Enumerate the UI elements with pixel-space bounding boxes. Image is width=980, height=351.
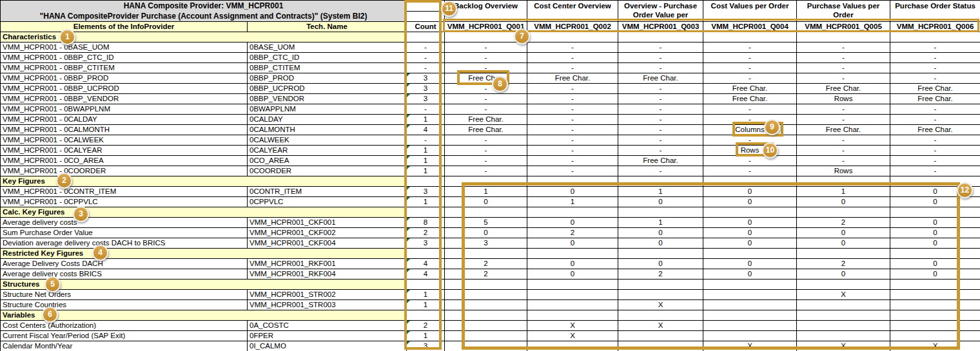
query-usage-cell: - <box>527 104 618 115</box>
count-cell: 3 <box>407 84 445 94</box>
section-row: Variables <box>1 310 980 321</box>
report-title-line1: HANA Composite Provider: VMM_HCPR001 <box>3 1 404 11</box>
query-usage-cell: - <box>797 73 890 84</box>
query-usage-cell: - <box>618 115 703 125</box>
query-usage-cell <box>890 290 980 300</box>
element-name-cell: VMM_HCPR001 - 0BBP_PROD <box>1 73 248 84</box>
query-usage-cell: - <box>527 125 618 135</box>
element-name-cell: Average delivery costs BRICS <box>1 269 248 280</box>
query-usage-cell <box>703 321 797 331</box>
count-cell: - <box>407 43 445 53</box>
query-usage-cell <box>445 341 527 351</box>
query-usage-cell: 0 <box>527 269 618 280</box>
table-row: VMM_HCPR001 - 0CONTR_ITEM0CONTR_ITEM3101… <box>1 187 980 197</box>
tech-name-cell: 0CONTR_ITEM <box>248 187 407 197</box>
query-usage-cell: - <box>703 63 797 73</box>
query-usage-cell: - <box>527 53 618 63</box>
query-usage-cell <box>527 207 618 218</box>
count-cell: 1 <box>407 166 445 176</box>
callout-badge-9: 9 <box>764 119 780 135</box>
query-usage-cell: Free Char. <box>527 73 618 84</box>
query-usage-cell: 0 <box>527 187 618 197</box>
query-usage-cell: X <box>797 341 890 351</box>
table-row: VMM_HCPR001 - 0CALWEEK0CALWEEK------- <box>1 135 980 146</box>
table-row: VMM_HCPR001 - 0CPPVLC0CPPVLC1010000 <box>1 197 980 207</box>
query-usage-cell <box>797 32 890 43</box>
query-title-cost-center-overview: Cost Center Overview <box>527 1 618 22</box>
count-cell: 3 <box>407 187 445 197</box>
query-usage-cell <box>890 300 980 310</box>
query-usage-cell: Columns <box>703 125 797 135</box>
element-name-cell: VMM_HCPR001 - 0CALYEAR <box>1 146 248 156</box>
query-usage-cell: Free Char. <box>890 94 980 104</box>
query-usage-cell: - <box>890 53 980 63</box>
query-usage-cell: - <box>527 156 618 166</box>
query-usage-cell: 0 <box>618 197 703 207</box>
count-cell: 2 <box>407 228 445 238</box>
query-usage-cell: - <box>445 53 527 63</box>
count-cell <box>407 32 445 43</box>
callout-badge-7: 7 <box>514 28 530 44</box>
query-usage-cell: - <box>703 166 797 176</box>
element-name-cell: VMM_HCPR001 - 0CALDAY <box>1 115 248 125</box>
query-usage-cell: X <box>703 341 797 351</box>
query-usage-cell <box>703 310 797 321</box>
query-usage-cell: - <box>890 156 980 166</box>
query-usage-cell <box>797 249 890 259</box>
query-usage-cell: 0 <box>703 259 797 269</box>
table-row: VMM_HCPR001 - 0BWAPPLNM0BWAPPLNM------- <box>1 104 980 115</box>
query-usage-cell <box>703 331 797 341</box>
stored-as-text-indicator-icon <box>407 238 410 242</box>
query-usage-cell: - <box>703 53 797 63</box>
query-usage-cell: 1 <box>527 197 618 207</box>
query-usage-cell: 1 <box>445 187 527 197</box>
query-usage-cell: Rows <box>797 166 890 176</box>
query-usage-cell: 0 <box>797 228 890 238</box>
query-usage-cell: Free Char. <box>703 84 797 94</box>
query-usage-cell <box>445 249 527 259</box>
query-usage-cell: 0 <box>703 218 797 228</box>
element-name-cell: Average delivery costs <box>1 218 248 228</box>
query-usage-cell: Free Char. <box>703 94 797 104</box>
stored-as-text-indicator-icon <box>407 290 410 293</box>
query-usage-cell <box>703 249 797 259</box>
count-cell: 1 <box>407 146 445 156</box>
table-row: Average delivery costs BRICSVMM_HCPR001_… <box>1 269 980 280</box>
query-usage-cell: 0 <box>890 197 980 207</box>
table-row: Deviation average delivery costs DACH to… <box>1 238 980 249</box>
query-usage-cell: - <box>445 63 527 73</box>
count-cell: 8 <box>407 218 445 228</box>
stored-as-text-indicator-icon <box>407 115 410 118</box>
query-usage-cell <box>618 249 703 259</box>
query-usage-cell: - <box>890 104 980 115</box>
tech-name-cell: 0BBP_PROD <box>248 73 407 84</box>
query-usage-cell: - <box>703 115 797 125</box>
table-row: Structure CountriesVMM_HCPR001_STR0031X <box>1 300 980 310</box>
element-name-cell: VMM_HCPR001 - 0CALWEEK <box>1 135 248 146</box>
query-usage-cell: - <box>797 63 890 73</box>
query-usage-cell <box>797 207 890 218</box>
tech-name-cell: VMM_HCPR001_CKF002 <box>248 228 407 238</box>
query-usage-cell: 1 <box>797 187 890 197</box>
query-usage-cell: 2 <box>797 259 890 269</box>
query-usage-cell: - <box>527 115 618 125</box>
stored-as-text-indicator-icon <box>407 84 410 87</box>
element-name-cell: VMM_HCPR001 - 0CALMONTH <box>1 125 248 135</box>
stored-as-text-indicator-icon <box>407 269 410 272</box>
query-usage-cell <box>703 207 797 218</box>
stored-as-text-indicator-icon <box>407 259 410 262</box>
query-usage-cell: X <box>890 341 980 351</box>
table-row: Sum Purchase Order ValueVMM_HCPR001_CKF0… <box>1 228 980 238</box>
query-usage-cell <box>445 331 527 341</box>
query-usage-cell <box>527 341 618 351</box>
element-name-cell: Average Delivery Costs DACH <box>1 259 248 269</box>
query-usage-cell <box>797 331 890 341</box>
query-usage-cell: - <box>703 156 797 166</box>
count-cell <box>407 280 445 290</box>
query-usage-cell: - <box>618 166 703 176</box>
element-name-cell: Structure Countries <box>1 300 248 310</box>
table-row: VMM_HCPR001 - 0CALYEAR0CALYEAR1---Rows-- <box>1 146 980 156</box>
query-usage-cell <box>445 321 527 331</box>
query-usage-cell <box>445 207 527 218</box>
query-usage-cell <box>527 300 618 310</box>
